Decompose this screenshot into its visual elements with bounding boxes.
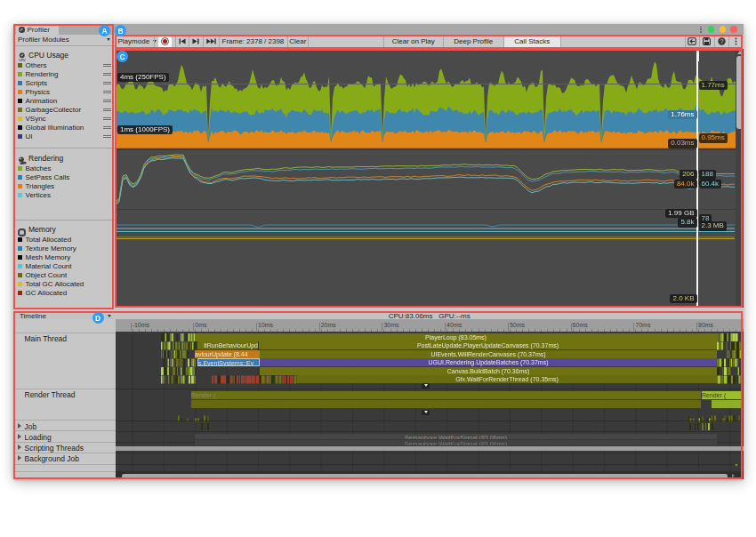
annotation-badge-C: C	[117, 51, 128, 62]
badge-letter: A	[101, 27, 107, 36]
annotation-box-A	[13, 24, 114, 309]
window-control-minimize[interactable]	[708, 26, 715, 33]
window-control-zoom[interactable]	[720, 26, 727, 33]
annotation-box-B	[115, 35, 743, 49]
annotation-badge-D: D	[92, 312, 104, 324]
badge-letter: B	[117, 27, 123, 36]
profiler-screenshot: Profiler Playmode	[0, 0, 756, 537]
badge-letter: C	[119, 52, 125, 61]
window-control-close[interactable]	[730, 26, 737, 33]
annotation-badge-B: B	[115, 25, 126, 36]
annotation-badge-A: A	[99, 25, 110, 36]
annotation-box-D	[13, 311, 743, 479]
titlebar-kebab-icon[interactable]	[700, 27, 702, 34]
annotation-box-C	[115, 49, 743, 308]
badge-letter: D	[95, 314, 101, 323]
